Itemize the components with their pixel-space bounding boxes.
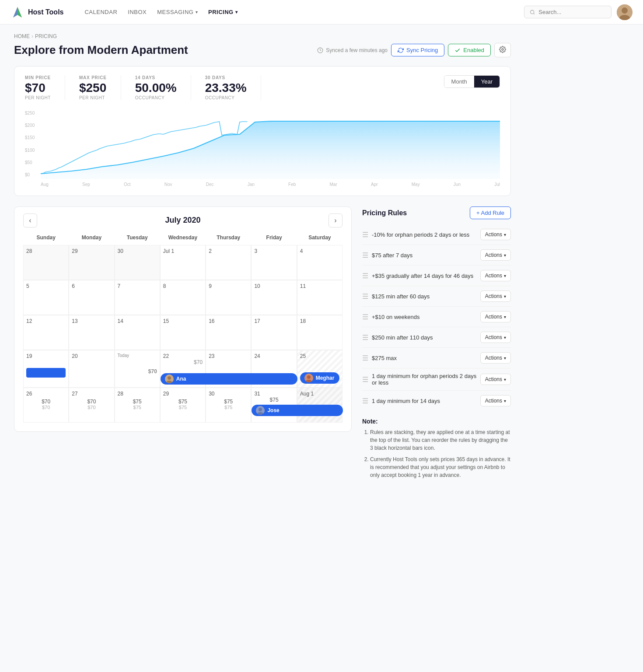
cal-cell-jul27[interactable]: 27 $70 $70: [69, 388, 114, 423]
calendar-next-button[interactable]: ›: [328, 214, 342, 228]
cal-cell-jul6[interactable]: 6: [69, 280, 114, 315]
booking-meghar[interactable]: Meghar: [300, 372, 339, 384]
actions-button-4[interactable]: Actions ▾: [480, 290, 511, 302]
drag-handle-3[interactable]: ☰: [362, 272, 368, 280]
cal-cell-jul13[interactable]: 13: [69, 315, 114, 350]
cal-cell-jul5[interactable]: 5: [23, 280, 69, 315]
booking-ana[interactable]: Ana: [161, 373, 297, 385]
nav-pricing[interactable]: PRICING ▾: [208, 9, 238, 15]
svg-point-6: [622, 7, 628, 14]
nav-messaging[interactable]: MESSAGING ▾: [157, 9, 198, 15]
cal-cell-jul4[interactable]: 4: [297, 245, 342, 280]
x-label-aug: Aug: [41, 182, 49, 187]
actions-button-9[interactable]: Actions ▾: [480, 395, 511, 406]
ana-avatar: [165, 374, 174, 383]
actions-chevron-3: ▾: [504, 273, 506, 278]
cal-cell-jul8[interactable]: 8: [160, 280, 206, 315]
drag-handle-8[interactable]: ☰: [362, 375, 368, 384]
calendar-week-5: 26 $70 $70 27 $70 $70 28 $75 $75: [23, 388, 342, 423]
drag-handle-5[interactable]: ☰: [362, 313, 368, 321]
cal-cell-jul7[interactable]: 7: [115, 280, 160, 315]
chart-fill: [41, 121, 500, 179]
cal-cell-today[interactable]: Today $70: [115, 350, 160, 388]
cal-cell-jul16[interactable]: 16: [206, 315, 251, 350]
logo[interactable]: Host Tools: [10, 5, 63, 19]
cal-cell-jul14[interactable]: 14: [115, 315, 160, 350]
stat-30days: 30 DAYS 23.33% OCCUPANCY: [205, 75, 261, 100]
breadcrumb-home[interactable]: HOME: [14, 33, 30, 39]
cal-cell-jul31[interactable]: 31 $75 Jose: [251, 388, 297, 423]
cal-cell-jul29[interactable]: 29 $75 $75: [160, 388, 206, 423]
actions-button-7[interactable]: Actions ▾: [480, 352, 511, 364]
notes-title: Note:: [362, 418, 511, 425]
actions-chevron-4: ▾: [504, 294, 506, 299]
messaging-chevron: ▾: [196, 10, 198, 14]
pricing-chevron: ▾: [235, 10, 238, 14]
search-box[interactable]: [524, 6, 612, 18]
cal-cell-jul17[interactable]: 17: [251, 315, 297, 350]
drag-handle-2[interactable]: ☰: [362, 251, 368, 259]
day-header-friday: Friday: [251, 232, 297, 245]
nav-inbox[interactable]: INBOX: [128, 9, 147, 15]
meghar-avatar: [304, 374, 313, 382]
drag-handle-4[interactable]: ☰: [362, 292, 368, 301]
cal-cell-jul20[interactable]: 20: [69, 350, 114, 388]
x-label-nov: Nov: [164, 182, 172, 187]
calendar-prev-button[interactable]: ‹: [23, 214, 37, 228]
drag-handle-9[interactable]: ☰: [362, 397, 368, 405]
cal-cell-28-prev[interactable]: 28: [23, 245, 69, 280]
day-header-saturday: Saturday: [297, 232, 342, 245]
cal-cell-jul10[interactable]: 10: [251, 280, 297, 315]
y-label-250: $250: [25, 111, 41, 116]
cal-cell-jul1[interactable]: Jul 1: [160, 245, 206, 280]
cal-cell-jul2[interactable]: 2: [206, 245, 251, 280]
jul27-price-sub: $70: [72, 405, 111, 410]
drag-handle-7[interactable]: ☰: [362, 354, 368, 362]
cal-cell-jul11[interactable]: 11: [297, 280, 342, 315]
toggle-month-button[interactable]: Month: [444, 76, 474, 88]
cal-cell-jul12[interactable]: 12: [23, 315, 69, 350]
svg-point-11: [168, 376, 171, 380]
cal-cell-jul19[interactable]: 19: [23, 350, 69, 388]
enabled-button[interactable]: Enabled: [448, 44, 491, 56]
cal-cell-jul28[interactable]: 28 $75 $75: [115, 388, 160, 423]
actions-button-6[interactable]: Actions ▾: [480, 332, 511, 343]
stat-14days: 14 DAYS 50.00% OCCUPANCY: [135, 75, 191, 100]
drag-handle-1[interactable]: ☰: [362, 231, 368, 239]
calendar-month-title: July 2020: [165, 216, 200, 225]
actions-button-8[interactable]: Actions ▾: [480, 374, 511, 385]
search-input[interactable]: [538, 9, 606, 15]
rule-text-2: $75 after 7 days: [372, 252, 477, 259]
cal-cell-30-prev[interactable]: 30: [115, 245, 160, 280]
actions-button-3[interactable]: Actions ▾: [480, 270, 511, 281]
cal-cell-jul18[interactable]: 18: [297, 315, 342, 350]
cal-cell-jul25[interactable]: 25 Meghar: [297, 350, 342, 388]
booking-jose-name: Jose: [267, 407, 279, 413]
actions-button-1[interactable]: Actions ▾: [480, 229, 511, 240]
day-header-monday: Monday: [69, 232, 114, 245]
add-rule-button[interactable]: + Add Rule: [470, 206, 511, 219]
y-label-50: $50: [25, 160, 41, 165]
cal-cell-jul22[interactable]: 22 $70 Ana: [160, 350, 206, 388]
settings-button[interactable]: [494, 43, 511, 57]
avatar[interactable]: [617, 4, 633, 20]
booking-jose[interactable]: Jose: [252, 405, 343, 416]
cal-cell-jul3[interactable]: 3: [251, 245, 297, 280]
stats-row: MIN PRICE $70 PER NIGHT MAX PRICE $250 P…: [25, 75, 500, 100]
stat-max-price: MAX PRICE $250 PER NIGHT: [79, 75, 121, 100]
nav-calendar[interactable]: CALENDAR: [84, 9, 117, 15]
rule-item-8: ☰ 1 day minimum for orphan periods 2 day…: [362, 368, 511, 391]
cal-cell-jul15[interactable]: 15: [160, 315, 206, 350]
cal-cell-29-prev[interactable]: 29: [69, 245, 114, 280]
actions-button-5[interactable]: Actions ▾: [480, 311, 511, 322]
svg-point-14: [307, 375, 311, 379]
logo-icon: [10, 5, 24, 19]
sync-pricing-button[interactable]: Sync Pricing: [391, 44, 444, 56]
drag-handle-6[interactable]: ☰: [362, 333, 368, 342]
cal-cell-jul30[interactable]: 30 $75 $75: [206, 388, 251, 423]
actions-button-2[interactable]: Actions ▾: [480, 249, 511, 261]
cal-cell-jul26[interactable]: 26 $70 $70: [23, 388, 69, 423]
day-header-thursday: Thursday: [206, 232, 251, 245]
toggle-year-button[interactable]: Year: [474, 76, 500, 88]
cal-cell-jul9[interactable]: 9: [206, 280, 251, 315]
